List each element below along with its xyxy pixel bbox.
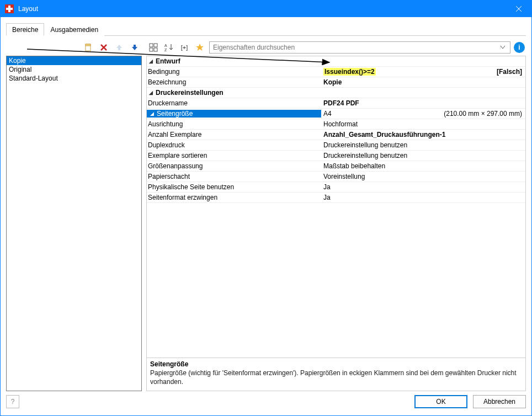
help-icon: ?	[11, 398, 15, 406]
favorites-button[interactable]	[194, 41, 206, 54]
delete-icon	[100, 44, 108, 51]
regions-list[interactable]: Kopie Original Standard-Layout	[6, 56, 142, 391]
dialog-footer: ? OK Abbrechen	[1, 391, 531, 415]
search-dropdown-button[interactable]	[500, 46, 510, 49]
tab-content: Kopie Original Standard-Layout	[6, 36, 526, 391]
property-name: Seitenformat erzwingen	[148, 194, 217, 201]
group-label: Entwurf	[156, 57, 180, 65]
properties-toolbar: A Z [+]	[146, 40, 526, 55]
ok-button[interactable]: OK	[414, 395, 467, 408]
sort-az-button[interactable]: A Z	[163, 41, 175, 54]
property-row-physikalische-seite[interactable]: Physikalische Seite benutzen Ja	[147, 182, 525, 193]
collapse-icon[interactable]: ◢	[148, 90, 153, 95]
chevron-down-icon	[501, 46, 505, 49]
arrow-up-icon	[115, 44, 123, 51]
property-name: Druckername	[148, 99, 188, 107]
move-down-button[interactable]	[129, 41, 141, 54]
property-group-header[interactable]: ◢ Entwurf	[147, 56, 525, 67]
property-search[interactable]	[209, 41, 510, 54]
svg-text:Z: Z	[164, 48, 167, 52]
property-value: Anzahl_Gesamt_Druckausführungen-1	[323, 131, 445, 138]
app-icon	[5, 4, 14, 13]
region-item[interactable]: Kopie	[7, 56, 141, 65]
property-row-seitenformat-erzwingen[interactable]: Seitenformat erzwingen Ja	[147, 193, 525, 203]
property-row-ausrichtung[interactable]: Ausrichtung Hochformat	[147, 119, 525, 130]
tab-ausgabemedien[interactable]: Ausgabemedien	[44, 23, 104, 36]
property-group-header[interactable]: ◢ Druckereinstellungen	[147, 88, 525, 98]
info-icon: i	[518, 44, 520, 51]
property-name: Ausrichtung	[148, 120, 183, 128]
property-name: Größenanpassung	[148, 162, 203, 170]
svg-text:A: A	[164, 44, 167, 47]
new-region-button[interactable]	[82, 41, 94, 54]
property-description: Seitengröße Papiergröße (wichtig für 'Se…	[147, 358, 525, 391]
property-name: Seitengröße	[157, 110, 193, 118]
cancel-button[interactable]: Abbrechen	[473, 395, 526, 408]
delete-region-button[interactable]	[98, 41, 110, 54]
property-value: Issueindex()>=2	[323, 68, 376, 76]
collapse-icon[interactable]: ◢	[149, 111, 155, 116]
layout-dialog: Layout Bereiche Ausgabemedien	[0, 0, 532, 416]
window-title: Layout	[18, 5, 506, 13]
property-name: Physikalische Seite benutzen	[148, 183, 234, 191]
expand-icon: [+]	[181, 44, 188, 51]
svg-rect-3	[86, 44, 91, 46]
property-extra: (210.00 mm × 297.00 mm)	[444, 110, 525, 118]
property-value: PDF24 PDF	[323, 99, 359, 107]
property-row-seitengroesse[interactable]: ◢ Seitengröße A4 (210.00 mm × 297.00 mm)	[147, 109, 525, 119]
property-name: Anzahl Exemplare	[148, 131, 201, 138]
arrow-down-icon	[131, 44, 139, 51]
svg-rect-8	[150, 48, 153, 51]
property-row-duplexdruck[interactable]: Duplexdruck Druckereinstellung benutzen	[147, 140, 525, 151]
property-name: Bedingung	[148, 68, 179, 76]
expand-all-button[interactable]: [+]	[178, 41, 190, 54]
property-row-exemplare-sortieren[interactable]: Exemplare sortieren Druckereinstellung b…	[147, 151, 525, 161]
property-value: Druckereinstellung benutzen	[323, 152, 407, 159]
property-search-input[interactable]	[210, 44, 500, 51]
tab-strip: Bereiche Ausgabemedien	[6, 23, 526, 36]
star-icon	[195, 43, 204, 52]
regions-toolbar	[6, 40, 142, 55]
titlebar: Layout	[1, 1, 531, 17]
description-text: Papiergröße (wichtig für 'Seitenformat e…	[150, 369, 522, 386]
property-name: Exemplare sortieren	[148, 152, 207, 159]
region-item[interactable]: Original	[7, 65, 141, 74]
dialog-body: Bereiche Ausgabemedien	[1, 17, 531, 391]
categorized-icon	[149, 43, 158, 52]
svg-rect-9	[154, 48, 157, 51]
property-name: Bezeichnung	[148, 78, 186, 86]
properties-pane: A Z [+]	[146, 40, 526, 391]
property-value: Kopie	[323, 78, 342, 86]
property-row-groessenanpassung[interactable]: Größenanpassung Maßstab beibehalten	[147, 161, 525, 172]
info-button[interactable]: i	[514, 42, 525, 53]
property-row-bedingung[interactable]: Bedingung Issueindex()>=2 [Falsch]	[147, 67, 525, 77]
move-up-button[interactable]	[113, 41, 125, 54]
property-row-papierschacht[interactable]: Papierschacht Voreinstellung	[147, 172, 525, 182]
property-grid[interactable]: ◢ Entwurf Bedingung Issueindex()>=2 [Fal…	[146, 56, 526, 391]
tab-bereiche[interactable]: Bereiche	[6, 23, 44, 36]
new-icon	[84, 43, 93, 52]
property-value: Maßstab beibehalten	[323, 162, 385, 170]
property-row-anzahl-exemplare[interactable]: Anzahl Exemplare Anzahl_Gesamt_Druckausf…	[147, 130, 525, 140]
property-name: Papierschacht	[148, 173, 190, 180]
collapse-icon[interactable]: ◢	[148, 58, 153, 64]
close-icon	[516, 6, 522, 12]
help-button[interactable]: ?	[6, 395, 19, 408]
close-button[interactable]	[506, 1, 531, 17]
regions-pane: Kopie Original Standard-Layout	[6, 40, 142, 391]
property-row-bezeichnung[interactable]: Bezeichnung Kopie	[147, 77, 525, 88]
property-rows: ◢ Entwurf Bedingung Issueindex()>=2 [Fal…	[147, 56, 525, 358]
svg-rect-6	[150, 44, 153, 47]
property-value: Hochformat	[323, 120, 358, 128]
categorized-button[interactable]	[147, 41, 159, 54]
description-title: Seitengröße	[150, 360, 522, 368]
property-extra: [Falsch]	[497, 68, 525, 76]
property-name: Duplexdruck	[148, 141, 185, 149]
svg-rect-7	[154, 44, 157, 47]
property-row-druckername[interactable]: Druckername PDF24 PDF	[147, 98, 525, 109]
property-value: Voreinstellung	[323, 173, 365, 180]
property-value: Ja	[323, 183, 331, 191]
region-item[interactable]: Standard-Layout	[7, 74, 141, 83]
property-value: A4	[323, 110, 332, 118]
property-value: Ja	[323, 194, 331, 201]
